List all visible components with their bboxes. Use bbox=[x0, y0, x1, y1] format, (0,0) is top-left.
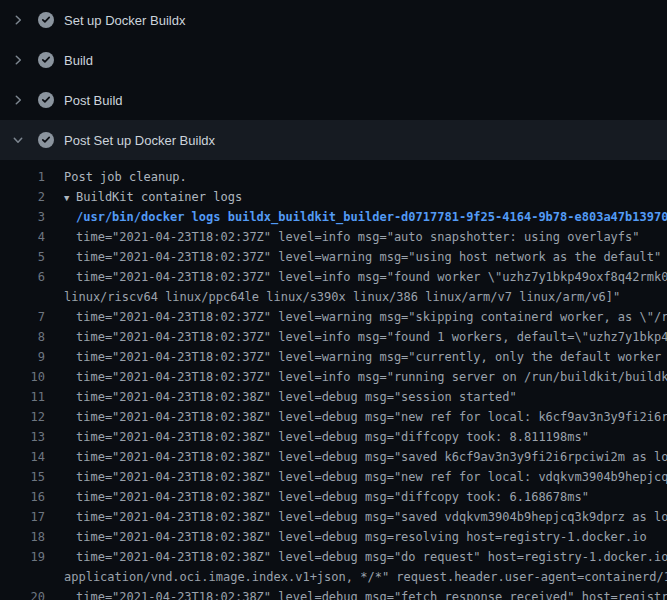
log-line: 13time="2021-04-23T18:02:38Z" level=debu… bbox=[0, 427, 667, 447]
line-number bbox=[0, 287, 45, 307]
log-text: time="2021-04-23T18:02:37Z" level=warnin… bbox=[45, 347, 667, 367]
log-line: 19time="2021-04-23T18:02:38Z" level=debu… bbox=[0, 547, 667, 567]
log-group-header[interactable]: ▼BuildKit container logs bbox=[45, 187, 242, 207]
log-line-continuation: application/vnd.oci.image.index.v1+json,… bbox=[0, 567, 667, 587]
log-text: time="2021-04-23T18:02:38Z" level=debug … bbox=[45, 407, 667, 427]
line-number[interactable]: 5 bbox=[0, 247, 45, 267]
log-text: Post job cleanup. bbox=[45, 167, 187, 187]
log-line: 5time="2021-04-23T18:02:37Z" level=warni… bbox=[0, 247, 667, 267]
line-number[interactable]: 19 bbox=[0, 547, 45, 567]
line-number[interactable]: 6 bbox=[0, 267, 45, 287]
log-line: 15time="2021-04-23T18:02:38Z" level=debu… bbox=[0, 467, 667, 487]
line-number[interactable]: 16 bbox=[0, 487, 45, 507]
log-line: 3/usr/bin/docker logs buildx_buildkit_bu… bbox=[0, 207, 667, 227]
log-line: 2▼BuildKit container logs bbox=[0, 187, 667, 207]
group-collapse-triangle-icon[interactable]: ▼ bbox=[64, 188, 76, 208]
check-circle-icon bbox=[38, 132, 54, 148]
step-label: Post Build bbox=[64, 93, 123, 108]
step-label: Set up Docker Buildx bbox=[64, 13, 185, 28]
log-text: time="2021-04-23T18:02:38Z" level=debug … bbox=[45, 467, 667, 487]
log-text: time="2021-04-23T18:02:37Z" level=warnin… bbox=[45, 307, 667, 327]
log-line: 1Post job cleanup. bbox=[0, 167, 667, 187]
line-number[interactable]: 11 bbox=[0, 387, 45, 407]
actions-log-viewer: Set up Docker BuildxBuildPost BuildPost … bbox=[0, 0, 667, 600]
line-number[interactable]: 20 bbox=[0, 587, 45, 600]
line-number[interactable]: 13 bbox=[0, 427, 45, 447]
step-label: Build bbox=[64, 53, 93, 68]
line-number[interactable]: 8 bbox=[0, 327, 45, 347]
check-circle-icon bbox=[38, 92, 54, 108]
step-label: Post Set up Docker Buildx bbox=[64, 133, 215, 148]
line-number[interactable]: 17 bbox=[0, 507, 45, 527]
log-text: time="2021-04-23T18:02:38Z" level=debug … bbox=[45, 507, 667, 527]
line-number[interactable]: 14 bbox=[0, 447, 45, 467]
log-text: application/vnd.oci.image.index.v1+json,… bbox=[45, 567, 667, 587]
log-text: time="2021-04-23T18:02:37Z" level=warnin… bbox=[45, 247, 661, 267]
step-header-build[interactable]: Build bbox=[0, 40, 667, 80]
log-text: linux/riscv64 linux/ppc64le linux/s390x … bbox=[45, 287, 620, 307]
log-line: 10time="2021-04-23T18:02:37Z" level=info… bbox=[0, 367, 667, 387]
line-number[interactable]: 18 bbox=[0, 527, 45, 547]
step-header-set-up-docker-buildx[interactable]: Set up Docker Buildx bbox=[0, 0, 667, 40]
log-line: 7time="2021-04-23T18:02:37Z" level=warni… bbox=[0, 307, 667, 327]
line-number[interactable]: 4 bbox=[0, 227, 45, 247]
log-line: 11time="2021-04-23T18:02:38Z" level=debu… bbox=[0, 387, 667, 407]
line-number[interactable]: 1 bbox=[0, 167, 45, 187]
log-command-text: /usr/bin/docker logs buildx_buildkit_bui… bbox=[45, 207, 667, 227]
log-line: 20time="2021-04-23T18:02:38Z" level=debu… bbox=[0, 587, 667, 600]
chevron-right-icon[interactable] bbox=[12, 54, 24, 66]
log-line: 6time="2021-04-23T18:02:37Z" level=info … bbox=[0, 267, 667, 287]
log-text: time="2021-04-23T18:02:38Z" level=debug … bbox=[45, 387, 517, 407]
log-text: time="2021-04-23T18:02:37Z" level=info m… bbox=[45, 367, 667, 387]
log-line: 14time="2021-04-23T18:02:38Z" level=debu… bbox=[0, 447, 667, 467]
log-text: time="2021-04-23T18:02:38Z" level=debug … bbox=[45, 547, 667, 567]
step-list: Set up Docker BuildxBuildPost BuildPost … bbox=[0, 0, 667, 160]
log-text: time="2021-04-23T18:02:37Z" level=info m… bbox=[45, 327, 667, 347]
log-line: 16time="2021-04-23T18:02:38Z" level=debu… bbox=[0, 487, 667, 507]
log-text: time="2021-04-23T18:02:38Z" level=debug … bbox=[45, 447, 667, 467]
line-number bbox=[0, 567, 45, 587]
check-circle-icon bbox=[38, 12, 54, 28]
check-circle-icon bbox=[38, 52, 54, 68]
line-number[interactable]: 10 bbox=[0, 367, 45, 387]
log-line: 9time="2021-04-23T18:02:37Z" level=warni… bbox=[0, 347, 667, 367]
log-text: time="2021-04-23T18:02:38Z" level=debug … bbox=[45, 587, 667, 600]
log-text: time="2021-04-23T18:02:37Z" level=info m… bbox=[45, 227, 640, 247]
line-number[interactable]: 7 bbox=[0, 307, 45, 327]
log-line-continuation: linux/riscv64 linux/ppc64le linux/s390x … bbox=[0, 287, 667, 307]
log-line: 8time="2021-04-23T18:02:37Z" level=info … bbox=[0, 327, 667, 347]
chevron-right-icon[interactable] bbox=[12, 94, 24, 106]
log-text: time="2021-04-23T18:02:38Z" level=debug … bbox=[45, 427, 589, 447]
chevron-down-icon[interactable] bbox=[12, 134, 24, 146]
line-number[interactable]: 15 bbox=[0, 467, 45, 487]
log-line: 4time="2021-04-23T18:02:37Z" level=info … bbox=[0, 227, 667, 247]
line-number[interactable]: 2 bbox=[0, 187, 45, 207]
log-text: time="2021-04-23T18:02:38Z" level=debug … bbox=[45, 487, 589, 507]
line-number[interactable]: 9 bbox=[0, 347, 45, 367]
chevron-right-icon[interactable] bbox=[12, 14, 24, 26]
step-header-post-set-up-docker-buildx[interactable]: Post Set up Docker Buildx bbox=[0, 120, 667, 160]
line-number[interactable]: 12 bbox=[0, 407, 45, 427]
line-number[interactable]: 3 bbox=[0, 207, 45, 227]
log-line: 12time="2021-04-23T18:02:38Z" level=debu… bbox=[0, 407, 667, 427]
log-text: time="2021-04-23T18:02:38Z" level=debug … bbox=[45, 527, 647, 547]
log-line: 17time="2021-04-23T18:02:38Z" level=debu… bbox=[0, 507, 667, 527]
log-text: time="2021-04-23T18:02:37Z" level=info m… bbox=[45, 267, 667, 287]
step-header-post-build[interactable]: Post Build bbox=[0, 80, 667, 120]
log-line: 18time="2021-04-23T18:02:38Z" level=debu… bbox=[0, 527, 667, 547]
log-output: 1Post job cleanup.2▼BuildKit container l… bbox=[0, 160, 667, 600]
log-group-title: BuildKit container logs bbox=[76, 190, 242, 204]
